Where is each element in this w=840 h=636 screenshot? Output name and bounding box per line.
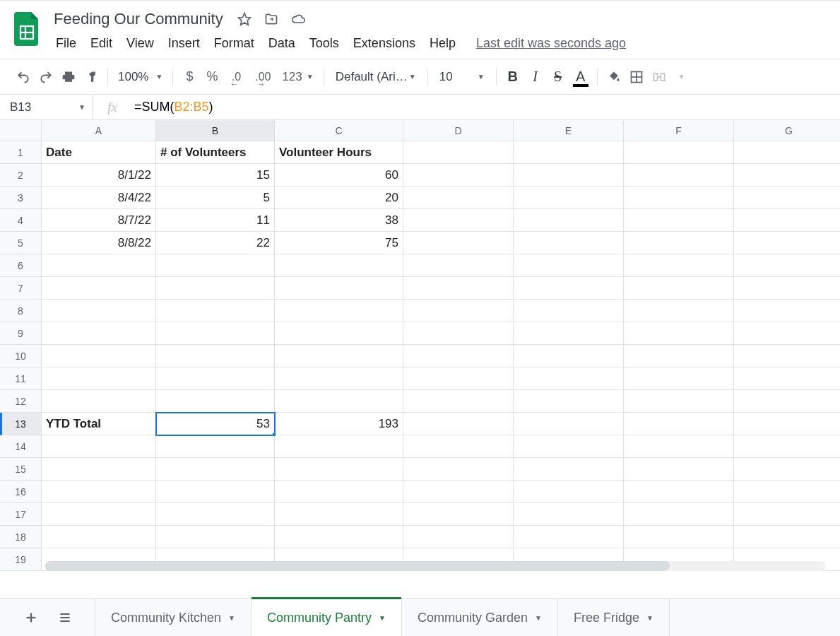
cell-D15[interactable]: [403, 458, 514, 481]
cell-A2[interactable]: 8/1/22: [42, 164, 156, 187]
cell-F3[interactable]: [624, 187, 734, 209]
cell-F17[interactable]: [624, 503, 734, 526]
cell-B3[interactable]: 5: [156, 187, 275, 209]
menu-tools[interactable]: Tools: [303, 33, 345, 54]
chevron-down-icon[interactable]: ▼: [228, 614, 235, 622]
row-header-17[interactable]: 17: [0, 503, 42, 526]
cell-A12[interactable]: [42, 390, 156, 413]
cell-E9[interactable]: [514, 322, 624, 345]
horizontal-scrollbar[interactable]: [45, 561, 826, 571]
cell-A5[interactable]: 8/8/22: [42, 232, 156, 254]
selection-handle[interactable]: [272, 432, 275, 435]
cell-A10[interactable]: [42, 345, 156, 367]
cell-C4[interactable]: 38: [275, 209, 403, 232]
cell-A4[interactable]: 8/7/22: [42, 209, 156, 232]
cell-F5[interactable]: [624, 232, 734, 254]
cell-C9[interactable]: [275, 322, 403, 345]
cell-D9[interactable]: [403, 322, 514, 345]
cell-B4[interactable]: 11: [156, 209, 275, 232]
cell-G11[interactable]: [734, 367, 840, 390]
cell-D7[interactable]: [403, 277, 514, 300]
cell-F9[interactable]: [624, 322, 734, 345]
cell-C16[interactable]: [275, 481, 403, 503]
cell-E11[interactable]: [514, 367, 624, 390]
move-icon[interactable]: [264, 12, 278, 26]
format-currency-button[interactable]: $: [179, 66, 200, 88]
format-percent-button[interactable]: %: [201, 66, 223, 88]
cell-G7[interactable]: [734, 277, 840, 300]
cell-B5[interactable]: 22: [156, 232, 275, 254]
cell-F14[interactable]: [624, 435, 734, 458]
cell-C17[interactable]: [275, 503, 403, 526]
cell-B11[interactable]: [156, 367, 275, 390]
row-header-10[interactable]: 10: [0, 345, 42, 367]
font-size-select[interactable]: 10▼: [434, 70, 490, 84]
cell-B10[interactable]: [156, 345, 275, 367]
cell-D3[interactable]: [403, 187, 514, 209]
zoom-select[interactable]: 100%▼: [114, 70, 167, 84]
cell-B9[interactable]: [156, 322, 275, 345]
menu-help[interactable]: Help: [423, 33, 462, 54]
cell-A13[interactable]: YTD Total: [42, 413, 156, 435]
menu-insert[interactable]: Insert: [162, 33, 206, 54]
row-header-18[interactable]: 18: [0, 526, 42, 548]
merge-cells-button[interactable]: [649, 66, 670, 88]
cell-E2[interactable]: [514, 164, 624, 187]
cell-E4[interactable]: [514, 209, 624, 232]
sheet-tab-community-kitchen[interactable]: Community Kitchen▼: [95, 599, 252, 636]
cell-B15[interactable]: [156, 458, 275, 481]
cell-C12[interactable]: [275, 390, 403, 413]
number-format-select[interactable]: 123▼: [278, 70, 317, 84]
row-header-9[interactable]: 9: [0, 322, 42, 345]
cell-F11[interactable]: [624, 367, 734, 390]
sheet-tab-community-pantry[interactable]: Community Pantry▼: [252, 599, 402, 636]
cell-F1[interactable]: [624, 141, 734, 164]
cell-C15[interactable]: [275, 458, 403, 481]
cell-E17[interactable]: [514, 503, 624, 526]
cell-B8[interactable]: [156, 300, 275, 322]
menu-data[interactable]: Data: [262, 33, 302, 54]
increase-decimal-button[interactable]: .00→: [249, 66, 276, 88]
all-sheets-button[interactable]: [52, 605, 78, 630]
cell-D17[interactable]: [403, 503, 514, 526]
row-header-8[interactable]: 8: [0, 300, 42, 322]
redo-button[interactable]: [35, 66, 57, 88]
add-sheet-button[interactable]: [18, 605, 44, 630]
cell-D5[interactable]: [403, 232, 514, 254]
cell-D14[interactable]: [403, 435, 514, 458]
column-header-A[interactable]: A: [42, 120, 156, 141]
cell-F8[interactable]: [624, 300, 734, 322]
cell-E15[interactable]: [514, 458, 624, 481]
row-header-15[interactable]: 15: [0, 458, 42, 481]
cell-G2[interactable]: [734, 164, 840, 187]
more-toolbar-button[interactable]: ▼: [671, 66, 692, 88]
cell-A9[interactable]: [42, 322, 156, 345]
cell-G1[interactable]: [734, 141, 840, 164]
row-header-19[interactable]: 19: [0, 548, 42, 571]
cell-F7[interactable]: [624, 277, 734, 300]
column-header-D[interactable]: D: [403, 120, 514, 141]
cell-G18[interactable]: [734, 526, 840, 548]
cell-E8[interactable]: [514, 300, 624, 322]
cell-F16[interactable]: [624, 481, 734, 503]
cell-E6[interactable]: [514, 254, 624, 277]
cell-A15[interactable]: [42, 458, 156, 481]
row-header-12[interactable]: 12: [0, 390, 42, 413]
cell-E13[interactable]: [514, 413, 624, 435]
cell-E14[interactable]: [514, 435, 624, 458]
borders-button[interactable]: [626, 66, 647, 88]
cell-D4[interactable]: [403, 209, 514, 232]
cell-G6[interactable]: [734, 254, 840, 277]
cell-G14[interactable]: [734, 435, 840, 458]
fill-color-button[interactable]: [603, 66, 625, 88]
chevron-down-icon[interactable]: ▼: [379, 614, 386, 622]
cell-B7[interactable]: [156, 277, 275, 300]
cell-C1[interactable]: Volunteer Hours: [275, 141, 403, 164]
cell-B14[interactable]: [156, 435, 275, 458]
sheet-tab-free-fridge[interactable]: Free Fridge▼: [558, 599, 670, 636]
cell-A14[interactable]: [42, 435, 156, 458]
cell-C14[interactable]: [275, 435, 403, 458]
cell-C11[interactable]: [275, 367, 403, 390]
paint-format-button[interactable]: [81, 66, 102, 88]
cell-A18[interactable]: [42, 526, 156, 548]
